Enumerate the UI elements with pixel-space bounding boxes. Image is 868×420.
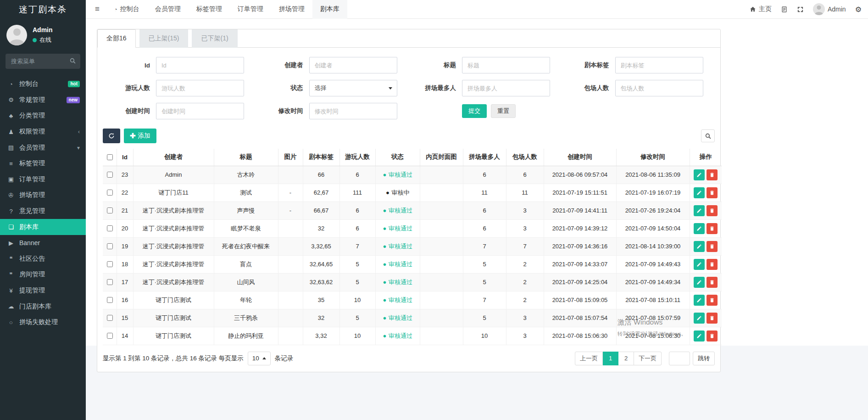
sidebar-item-script-lib[interactable]: ❏剧本库 xyxy=(0,219,86,235)
filter-select-status[interactable]: 选择 xyxy=(309,80,397,96)
row-checkbox[interactable] xyxy=(107,333,113,339)
sidebar-item-store-script[interactable]: ☁门店剧本库 xyxy=(0,298,86,314)
edit-button[interactable] xyxy=(694,330,705,342)
sidebar-item-pinchang[interactable]: ✇拼场管理 xyxy=(0,187,86,203)
topnav-tag[interactable]: 标签管理 xyxy=(189,0,230,19)
filter-label-created-at: 创建时间 xyxy=(103,107,156,115)
sidebar-toggle-icon[interactable]: ≡ xyxy=(89,5,106,14)
sidebar-item-dashboard[interactable]: ◔控制台hot xyxy=(0,76,86,92)
edit-button[interactable] xyxy=(694,205,705,216)
edit-button[interactable] xyxy=(694,223,705,234)
select-all-checkbox[interactable] xyxy=(107,154,113,160)
settings-gear-icon[interactable]: ⚙ xyxy=(855,5,862,14)
cell-status: ●审核通过 xyxy=(375,237,420,255)
sidebar-item-order[interactable]: ▣订单管理 xyxy=(0,172,86,188)
tab-on-shelf[interactable]: 已上架(15) xyxy=(139,29,189,48)
delete-button[interactable] xyxy=(707,241,718,252)
trash-icon xyxy=(709,297,715,303)
delete-button[interactable] xyxy=(707,223,718,234)
sidebar-item-member[interactable]: ▤会员管理▾ xyxy=(0,140,86,156)
delete-button[interactable] xyxy=(707,205,718,216)
topnav-order[interactable]: 订单管理 xyxy=(230,0,271,19)
topbar-user[interactable]: Admin xyxy=(813,3,846,15)
sidebar-item-permission[interactable]: ♟权限管理‹ xyxy=(0,124,86,140)
delete-button[interactable] xyxy=(707,313,718,324)
edit-button[interactable] xyxy=(694,313,705,324)
topnav-member[interactable]: 会员管理 xyxy=(147,0,189,19)
filter-input-max-players[interactable] xyxy=(462,80,550,96)
row-checkbox[interactable] xyxy=(107,261,113,267)
topnav-pinchang[interactable]: 拼场管理 xyxy=(271,0,312,19)
jump-page-input[interactable] xyxy=(669,352,690,365)
delete-button[interactable] xyxy=(707,187,718,198)
prev-page-button[interactable]: 上一页 xyxy=(575,352,603,365)
filter-input-script-tag[interactable] xyxy=(615,57,703,73)
sidebar-search-input[interactable] xyxy=(6,54,80,69)
refresh-button[interactable] xyxy=(103,129,120,143)
tab-all[interactable]: 全部16 xyxy=(97,29,136,48)
delete-button[interactable] xyxy=(707,259,718,270)
delete-button[interactable] xyxy=(707,295,718,306)
sidebar-item-withdraw[interactable]: ¥提现管理 xyxy=(0,283,86,299)
row-checkbox[interactable] xyxy=(107,172,113,178)
filter-input-private-num[interactable] xyxy=(615,80,703,96)
reset-button[interactable]: 重置 xyxy=(491,104,516,118)
row-checkbox[interactable] xyxy=(107,243,113,249)
filter-field-max-players: 拼场最多人 xyxy=(409,80,562,96)
delete-button[interactable] xyxy=(707,169,718,180)
delete-button[interactable] xyxy=(707,330,718,342)
next-page-button[interactable]: 下一页 xyxy=(634,352,662,365)
filter-input-created-at[interactable] xyxy=(156,103,244,119)
cell-actions xyxy=(690,273,722,291)
edit-button[interactable] xyxy=(694,241,705,252)
add-button[interactable]: ✚ 添加 xyxy=(124,129,156,143)
edit-button[interactable] xyxy=(694,259,705,270)
page-button-1[interactable]: 1 xyxy=(603,352,618,365)
page-button-2[interactable]: 2 xyxy=(618,352,634,365)
cell-players: 5 xyxy=(339,255,375,273)
sidebar-item-category[interactable]: ♣分类管理 xyxy=(0,108,86,124)
status-dot: ● xyxy=(383,332,387,337)
sidebar-item-general[interactable]: ⚙常规管理new xyxy=(0,92,86,108)
edit-button[interactable] xyxy=(694,169,705,180)
row-checkbox[interactable] xyxy=(107,279,113,285)
sidebar-item-room[interactable]: ❞房间管理 xyxy=(0,267,86,283)
jump-button[interactable]: 跳转 xyxy=(693,352,715,365)
topnav-dashboard[interactable]: ◔控制台 xyxy=(106,0,147,19)
pagination-summary-prefix: 显示第 1 到第 10 条记录，总共 16 条记录 每页显示 xyxy=(103,354,244,363)
filter-input-id[interactable] xyxy=(156,57,244,73)
sidebar-item-banner[interactable]: ▶Banner xyxy=(0,235,86,251)
row-checkbox[interactable] xyxy=(107,315,113,321)
clear-cache-icon[interactable] xyxy=(781,6,788,13)
topnav-script-lib[interactable]: 剧本库 xyxy=(312,0,347,19)
edit-button[interactable] xyxy=(694,187,705,198)
tab-off-shelf[interactable]: 已下架(1) xyxy=(192,29,237,48)
sidebar-item-pinchang-fail[interactable]: ○拼场失败处理 xyxy=(0,314,86,330)
row-checkbox[interactable] xyxy=(107,190,113,196)
filter-input-updated-at[interactable] xyxy=(309,103,397,119)
sidebar-item-tag[interactable]: ≡标签管理 xyxy=(0,156,86,172)
submit-button[interactable]: 提交 xyxy=(462,104,487,118)
status-badge: ●审核通过 xyxy=(383,279,412,286)
row-checkbox[interactable] xyxy=(107,225,113,231)
table-search-toggle-button[interactable] xyxy=(701,129,715,142)
filter-input-title[interactable] xyxy=(462,57,550,73)
cell-title: 静止的玛利亚 xyxy=(214,327,278,345)
row-checkbox[interactable] xyxy=(107,207,113,213)
delete-button[interactable] xyxy=(707,277,718,288)
cell-actions xyxy=(690,237,722,255)
status-badge: ●审核通过 xyxy=(383,261,412,268)
search-icon[interactable] xyxy=(70,58,76,64)
filter-input-creator[interactable] xyxy=(309,57,397,73)
sidebar-item-community[interactable]: ❝社区公告 xyxy=(0,251,86,267)
sidebar: 迷丁剧本杀 Admin 在线 ◔控制台hot⚙常规管理new♣分类管理♟权限管理… xyxy=(0,0,86,420)
cell-image xyxy=(278,291,303,309)
edit-button[interactable] xyxy=(694,295,705,306)
row-checkbox[interactable] xyxy=(107,297,113,303)
fullscreen-icon[interactable] xyxy=(797,6,804,13)
home-link[interactable]: 主页 xyxy=(750,5,772,13)
edit-button[interactable] xyxy=(694,277,705,288)
sidebar-item-feedback[interactable]: ?意见管理 xyxy=(0,203,86,219)
filter-input-players[interactable] xyxy=(156,80,244,96)
page-size-select[interactable]: 10 xyxy=(248,352,271,365)
